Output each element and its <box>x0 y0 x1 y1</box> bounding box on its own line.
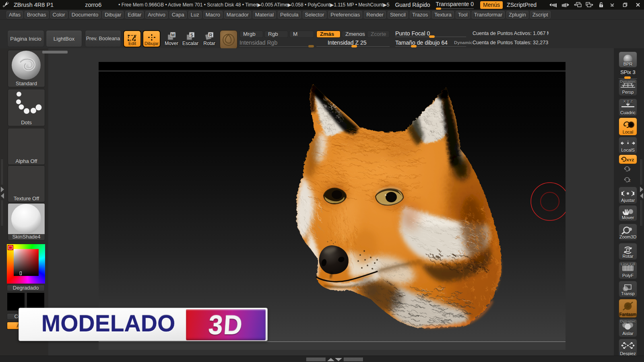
zbrush-document[interactable] <box>99 62 566 350</box>
restore-icon[interactable] <box>621 1 629 8</box>
menu-dibujar[interactable]: Dibujar <box>102 11 124 19</box>
menu-zscript[interactable]: Zscript <box>530 11 551 19</box>
bring-front-icon[interactable] <box>586 2 594 8</box>
focal-shift-knob[interactable] <box>429 35 435 38</box>
fox-head-model[interactable] <box>99 62 566 350</box>
rotz-button[interactable]: ZZ <box>619 176 637 186</box>
rotar-button[interactable]: Rotar <box>619 243 637 260</box>
right-tray-close-arrow-icon[interactable] <box>640 193 643 199</box>
menu-textura[interactable]: Textura <box>432 11 454 19</box>
transp-button[interactable]: Transp <box>619 281 637 297</box>
transparent-slider[interactable]: Transparente 0 <box>436 1 474 9</box>
menu-luz[interactable]: Luz <box>188 11 202 19</box>
edit-button[interactable]: Edit <box>123 30 141 47</box>
bottom-hatch-left[interactable] <box>306 358 326 361</box>
z-intensity-knob[interactable] <box>351 45 357 47</box>
xyz-button[interactable]: XYZXYZ <box>619 154 637 164</box>
texture-off[interactable]: Texture Off <box>8 165 45 202</box>
zsub-button[interactable]: Zmenos <box>342 31 366 38</box>
gradient-button[interactable]: Degradado <box>7 285 45 291</box>
cuadric-button[interactable]: X Y ZCuadric <box>619 99 637 116</box>
ajustar-button[interactable]: Ajustar <box>619 187 637 204</box>
left-tray-close-arrow-icon[interactable] <box>1 193 4 199</box>
zcut-button[interactable]: Zcorte <box>367 31 390 38</box>
tablet-pressure-left-icon[interactable] <box>549 2 557 8</box>
spix-slider[interactable]: SPix 3 <box>618 69 638 79</box>
preview-boolean-button[interactable]: Prev. Booleana <box>85 30 121 47</box>
menu-material[interactable]: Material <box>253 11 276 19</box>
lightbox-button[interactable]: LightBox <box>46 30 82 47</box>
menu-capa[interactable]: Capa <box>169 11 187 19</box>
tablet-pressure-right-icon[interactable] <box>561 2 570 8</box>
right-tray-divider[interactable] <box>640 159 643 185</box>
zscript-pred-label[interactable]: ZScriptPred <box>507 2 537 8</box>
menu-transformar[interactable]: Transformar <box>472 11 505 19</box>
zoom3d-button[interactable]: Zoom3D <box>619 224 637 241</box>
locals-button[interactable]: LocalS <box>619 137 637 154</box>
menu-documento[interactable]: Documento <box>69 11 101 19</box>
lock-icon[interactable] <box>598 2 605 8</box>
persp-button[interactable]: DynamicPersp <box>619 79 637 96</box>
right-tray-divider-lower[interactable] <box>640 200 643 225</box>
z-intensity-slider[interactable]: Intensidad Z 25 <box>316 39 390 46</box>
minimize-icon[interactable] <box>609 1 616 8</box>
bpr-button[interactable]: BPR <box>619 51 637 68</box>
left-tray-divider-lower[interactable] <box>1 200 4 225</box>
color-picker[interactable] <box>7 244 45 284</box>
zadd-button[interactable]: Zmás <box>316 31 341 38</box>
color-cursor[interactable] <box>20 272 22 275</box>
close-icon[interactable] <box>634 1 642 8</box>
bottom-hatch-right[interactable] <box>344 358 363 361</box>
menu-archivo[interactable]: Archivo <box>145 11 167 19</box>
menu-alfas[interactable]: Alfas <box>6 11 23 19</box>
despiez-button[interactable]: Despiez <box>619 339 637 357</box>
rgb-button[interactable]: Rgb <box>264 31 288 38</box>
menu-editar[interactable]: Editar <box>125 11 144 19</box>
shelf-divider-handle[interactable] <box>42 51 68 53</box>
send-back-icon[interactable] <box>574 2 582 8</box>
menu-macro[interactable]: Macro <box>203 11 223 19</box>
menu-marcador[interactable]: Marcador <box>224 11 251 19</box>
rotate-button[interactable]: R Rotar <box>201 31 218 46</box>
menu-stencil[interactable]: Stencil <box>388 11 408 19</box>
roty-button[interactable]: YY <box>619 165 637 175</box>
draw-size-knob[interactable] <box>411 45 417 47</box>
mrgb-button[interactable]: Mrgb <box>239 31 263 38</box>
tray-down-arrow-icon[interactable] <box>335 358 342 361</box>
m-button[interactable]: M <box>289 31 314 38</box>
rgb-intensity-slider[interactable]: Intensidad Rgb <box>239 39 314 46</box>
stroke-dots[interactable]: Dots <box>8 89 45 126</box>
menu-tool[interactable]: Tool <box>456 11 470 19</box>
right-tray-open-arrow-icon[interactable] <box>640 187 643 192</box>
menu-zplugin[interactable]: Zplugin <box>506 11 528 19</box>
left-tray-divider[interactable] <box>1 159 4 185</box>
alpha-off[interactable]: Alpha Off <box>8 128 45 165</box>
menu-preferencias[interactable]: Preferencias <box>328 11 362 19</box>
focal-shift-slider[interactable]: Punto Focal 0 <box>395 30 466 37</box>
rgb-intensity-knob[interactable] <box>308 45 314 47</box>
menus-button[interactable]: Menús <box>480 1 503 9</box>
polyf-button[interactable]: Line FillPolyF <box>619 261 637 279</box>
fantasm-button[interactable]: Fantasm <box>619 299 637 318</box>
quick-save-button[interactable]: Guard Rápido <box>395 2 430 8</box>
menu-color[interactable]: Color <box>50 11 68 19</box>
home-page-button[interactable]: Página Inicio <box>7 30 44 47</box>
move-button[interactable]: M Mover <box>163 31 180 46</box>
tray-up-arrow-icon[interactable] <box>327 358 334 361</box>
aislar-button[interactable]: DynamicAislar <box>619 319 637 337</box>
scale-button[interactable]: S Escalar <box>182 31 199 46</box>
saturation-value-square[interactable] <box>14 249 39 276</box>
menu-selector[interactable]: Selector <box>303 11 327 19</box>
current-color-chip[interactable] <box>8 245 13 250</box>
left-tray-open-arrow-icon[interactable] <box>1 187 4 192</box>
stroke-preview-button[interactable] <box>220 30 237 49</box>
draw-button[interactable]: Dibujar <box>142 30 161 47</box>
menu-trazos[interactable]: Trazos <box>410 11 430 19</box>
menu-brochas[interactable]: Brochas <box>25 11 49 19</box>
local-button[interactable]: Local <box>619 117 637 136</box>
mover-button[interactable]: Mover <box>619 205 637 221</box>
menu-render[interactable]: Render <box>364 11 386 19</box>
material-skinshade4[interactable]: SkinShade4 <box>8 203 45 241</box>
brush-standard[interactable]: Standard <box>8 50 45 87</box>
menu-pelicula[interactable]: Pelicula <box>278 11 301 19</box>
